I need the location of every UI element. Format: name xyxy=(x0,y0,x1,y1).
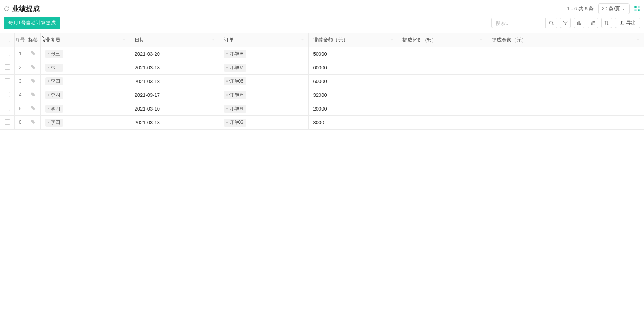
cell-tag[interactable] xyxy=(26,88,40,102)
cell-order[interactable]: 订单06 xyxy=(219,74,308,88)
cell-amount[interactable]: 32000 xyxy=(308,88,398,102)
chart-button[interactable] xyxy=(574,18,584,28)
page-size-select[interactable]: 20 条/页 xyxy=(598,3,630,14)
tag-icon[interactable] xyxy=(31,119,36,125)
refresh-icon[interactable] xyxy=(4,6,9,11)
cell-salesperson[interactable]: 李四 xyxy=(40,74,130,88)
table-row[interactable]: 2张三2021-03-18订单0760000 xyxy=(0,61,644,74)
cell-order[interactable]: 订单08 xyxy=(219,47,308,61)
group-button[interactable] xyxy=(588,18,598,28)
cell-salesperson[interactable]: 李四 xyxy=(40,102,130,115)
table-row[interactable]: 3李四2021-03-18订单0660000 xyxy=(0,74,644,88)
cell-checkbox[interactable] xyxy=(0,74,14,88)
col-header-ratio[interactable]: 提成比例（%） xyxy=(398,33,487,47)
row-checkbox[interactable] xyxy=(5,106,10,111)
tag-icon[interactable] xyxy=(31,78,36,83)
cell-checkbox[interactable] xyxy=(0,102,14,115)
row-checkbox[interactable] xyxy=(5,92,10,97)
cell-commission[interactable] xyxy=(487,47,644,61)
cell-amount[interactable]: 60000 xyxy=(308,74,398,88)
cell-ratio[interactable] xyxy=(398,47,487,61)
table-row[interactable]: 5李四2021-03-10订单0420000 xyxy=(0,102,644,115)
cell-date[interactable]: 2021-03-18 xyxy=(130,74,219,88)
cell-tag[interactable] xyxy=(26,102,40,115)
col-header-checkbox[interactable] xyxy=(0,33,14,47)
cell-ratio[interactable] xyxy=(398,102,487,115)
cell-salesperson[interactable]: 李四 xyxy=(40,88,130,102)
cell-checkbox[interactable] xyxy=(0,47,14,61)
cell-amount[interactable]: 3000 xyxy=(308,115,398,129)
cell-amount[interactable]: 60000 xyxy=(308,61,398,74)
cell-order[interactable]: 订单03 xyxy=(219,115,308,129)
cell-tag[interactable] xyxy=(26,115,40,129)
cell-salesperson[interactable]: 张三 xyxy=(40,61,130,74)
cell-ratio[interactable] xyxy=(398,74,487,88)
cell-salesperson[interactable]: 张三 xyxy=(40,47,130,61)
cell-date[interactable]: 2021-03-10 xyxy=(130,102,219,115)
tag-icon[interactable] xyxy=(31,64,36,70)
cell-commission[interactable] xyxy=(487,61,644,74)
cell-salesperson[interactable]: 李四 xyxy=(40,115,130,129)
order-chip[interactable]: 订单08 xyxy=(224,50,246,58)
order-chip[interactable]: 订单07 xyxy=(224,64,246,72)
cell-tag[interactable] xyxy=(26,47,40,61)
cell-date[interactable]: 2021-03-18 xyxy=(130,61,219,74)
cell-ratio[interactable] xyxy=(398,88,487,102)
cell-checkbox[interactable] xyxy=(0,61,14,74)
apps-icon[interactable] xyxy=(634,6,640,12)
cell-checkbox[interactable] xyxy=(0,88,14,102)
cell-order[interactable]: 订单07 xyxy=(219,61,308,74)
cell-checkbox[interactable] xyxy=(0,115,14,129)
chip-dot-icon xyxy=(48,53,49,54)
salesperson-chip[interactable]: 李四 xyxy=(45,77,63,85)
tag-icon[interactable] xyxy=(31,92,36,97)
col-header-order[interactable]: 订单 xyxy=(219,33,308,47)
filter-button[interactable] xyxy=(560,18,571,28)
search-input[interactable] xyxy=(492,19,545,27)
sort-button[interactable] xyxy=(601,18,612,28)
cell-amount[interactable]: 50000 xyxy=(308,47,398,61)
salesperson-chip[interactable]: 张三 xyxy=(45,50,63,58)
table-row[interactable]: 6李四2021-03-18订单033000 xyxy=(0,115,644,129)
cell-amount[interactable]: 20000 xyxy=(308,102,398,115)
col-header-tag[interactable]: 标签 xyxy=(26,33,40,47)
cell-commission[interactable] xyxy=(487,88,644,102)
col-header-amount[interactable]: 业绩金额（元） xyxy=(308,33,398,47)
auto-calc-button[interactable]: 每月1号自动计算提成 xyxy=(4,17,60,29)
cell-date[interactable]: 2021-03-20 xyxy=(130,47,219,61)
cell-tag[interactable] xyxy=(26,74,40,88)
order-chip[interactable]: 订单05 xyxy=(224,91,246,99)
cell-order[interactable]: 订单04 xyxy=(219,102,308,115)
tag-icon[interactable] xyxy=(31,51,36,56)
table-row[interactable]: 1张三2021-03-20订单0850000 xyxy=(0,47,644,61)
col-header-index[interactable]: 序号 xyxy=(14,33,26,47)
cell-commission[interactable] xyxy=(487,115,644,129)
table-row[interactable]: 4李四2021-03-17订单0532000 xyxy=(0,88,644,102)
checkbox-all[interactable] xyxy=(5,37,10,42)
search-button[interactable] xyxy=(545,18,557,28)
col-header-salesperson[interactable]: 业务员 xyxy=(40,33,130,47)
col-header-commission[interactable]: 提成金额（元） xyxy=(487,33,644,47)
col-header-date[interactable]: 日期 xyxy=(130,33,219,47)
cell-order[interactable]: 订单05 xyxy=(219,88,308,102)
export-button[interactable]: 导出 xyxy=(615,18,640,28)
cell-date[interactable]: 2021-03-18 xyxy=(130,115,219,129)
cell-date[interactable]: 2021-03-17 xyxy=(130,88,219,102)
cell-ratio[interactable] xyxy=(398,115,487,129)
cell-commission[interactable] xyxy=(487,102,644,115)
order-chip[interactable]: 订单04 xyxy=(224,105,246,113)
row-checkbox[interactable] xyxy=(5,64,10,70)
cell-ratio[interactable] xyxy=(398,61,487,74)
order-chip[interactable]: 订单03 xyxy=(224,119,246,127)
cell-commission[interactable] xyxy=(487,74,644,88)
salesperson-chip[interactable]: 李四 xyxy=(45,105,63,113)
row-checkbox[interactable] xyxy=(5,119,10,125)
row-checkbox[interactable] xyxy=(5,51,10,56)
salesperson-chip[interactable]: 李四 xyxy=(45,91,63,99)
tag-icon[interactable] xyxy=(31,106,36,111)
cell-tag[interactable] xyxy=(26,61,40,74)
salesperson-chip[interactable]: 张三 xyxy=(45,64,63,72)
row-checkbox[interactable] xyxy=(5,78,10,83)
order-chip[interactable]: 订单06 xyxy=(224,77,246,85)
salesperson-chip[interactable]: 李四 xyxy=(45,119,63,127)
